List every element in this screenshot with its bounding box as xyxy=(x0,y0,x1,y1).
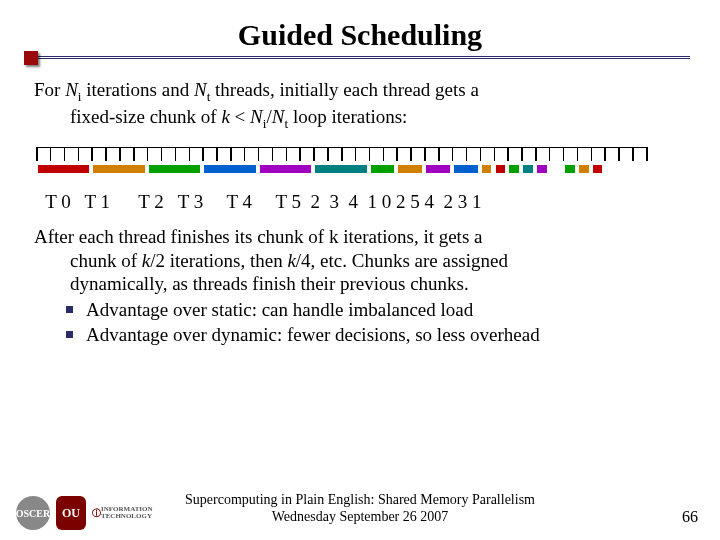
tick-mark xyxy=(355,147,357,161)
slide-title: Guided Scheduling xyxy=(30,18,690,52)
footer-line-1: Supercomputing in Plain English: Shared … xyxy=(0,492,720,509)
tick-mark xyxy=(244,147,246,161)
tick-mark xyxy=(563,147,565,161)
chunk-bar xyxy=(38,165,89,173)
tick-mark xyxy=(216,147,218,161)
bullet-list: Advantage over static: can handle imbala… xyxy=(66,298,690,347)
var-N: N xyxy=(194,79,207,100)
text: < xyxy=(230,106,250,127)
tick-mark xyxy=(410,147,412,161)
chunk-bar xyxy=(93,165,144,173)
chunk-bar xyxy=(482,165,492,173)
page-number: 66 xyxy=(682,508,698,526)
var-k: k xyxy=(287,250,295,271)
tick-mark xyxy=(424,147,426,161)
tick-mark xyxy=(50,147,52,161)
tick-row xyxy=(36,147,646,167)
after-paragraph: After each thread finishes its chunk of … xyxy=(34,225,686,296)
tick-mark xyxy=(452,147,454,161)
tick-mark xyxy=(591,147,593,161)
var-k: k xyxy=(142,250,150,271)
bullet-item: Advantage over dynamic: fewer decisions,… xyxy=(66,323,690,348)
chunk-bar xyxy=(398,165,422,173)
chunk-diagram: T 0 T 1 T 2 T 3 T 4 T 5 2 3 4 1 0 2 5 4 … xyxy=(36,147,684,213)
chunk-bar xyxy=(537,165,547,173)
tick-mark xyxy=(646,147,648,161)
text: loop iterations: xyxy=(288,106,407,127)
slide: Guided Scheduling For Ni iterations and … xyxy=(0,0,720,540)
tick-mark xyxy=(78,147,80,161)
chunk-bar xyxy=(579,165,589,173)
tick-mark xyxy=(507,147,509,161)
tick-mark xyxy=(369,147,371,161)
var-k: k xyxy=(221,106,229,127)
text: For xyxy=(34,79,65,100)
tick-mark xyxy=(286,147,288,161)
tick-mark xyxy=(327,147,329,161)
chunk-bar xyxy=(426,165,450,173)
chunk-bar xyxy=(523,165,533,173)
tick-mark xyxy=(618,147,620,161)
tick-mark xyxy=(494,147,496,161)
chunk-row xyxy=(36,165,646,177)
chunk-bar xyxy=(496,165,506,173)
tick-mark xyxy=(632,147,634,161)
text: iterations and xyxy=(82,79,194,100)
tick-mark xyxy=(577,147,579,161)
tick-mark xyxy=(549,147,551,161)
thread-labels: T 0 T 1 T 2 T 3 T 4 T 5 2 3 4 1 0 2 5 4 … xyxy=(36,191,684,213)
tick-mark xyxy=(91,147,93,161)
bullet-item: Advantage over static: can handle imbala… xyxy=(66,298,690,323)
chunk-bar xyxy=(149,165,200,173)
footer-text: Supercomputing in Plain English: Shared … xyxy=(0,492,720,526)
tick-mark xyxy=(438,147,440,161)
tick-mark xyxy=(313,147,315,161)
tick-mark xyxy=(521,147,523,161)
text: fixed-size chunk of xyxy=(70,106,221,127)
tick-mark xyxy=(202,147,204,161)
chunk-bar xyxy=(371,165,395,173)
tick-mark xyxy=(119,147,121,161)
footer-line-2: Wednesday September 26 2007 xyxy=(0,509,720,526)
chunk-bar xyxy=(593,165,603,173)
text: dynamically, as threads finish their pre… xyxy=(34,272,686,296)
tick-mark xyxy=(383,147,385,161)
chunk-bar xyxy=(204,165,255,173)
tick-mark xyxy=(36,147,38,161)
title-rule xyxy=(30,56,690,68)
tick-mark xyxy=(480,147,482,161)
chunk-bar xyxy=(315,165,366,173)
tick-mark xyxy=(535,147,537,161)
tick-mark xyxy=(272,147,274,161)
chunk-bar xyxy=(509,165,519,173)
tick-mark xyxy=(161,147,163,161)
text: /4, etc. Chunks are assigned xyxy=(296,250,508,271)
text: /2 iterations, then xyxy=(150,250,287,271)
tick-mark xyxy=(466,147,468,161)
intro-paragraph: For Ni iterations and Nt threads, initia… xyxy=(34,78,686,133)
tick-mark xyxy=(341,147,343,161)
tick-mark xyxy=(175,147,177,161)
tick-mark xyxy=(396,147,398,161)
text: After each thread finishes its chunk of … xyxy=(34,226,482,247)
var-N: N xyxy=(250,106,263,127)
chunk-bar xyxy=(565,165,575,173)
tick-mark xyxy=(299,147,301,161)
tick-mark xyxy=(258,147,260,161)
var-N: N xyxy=(65,79,78,100)
tick-mark xyxy=(105,147,107,161)
tick-mark xyxy=(604,147,606,161)
var-N: N xyxy=(272,106,285,127)
text: threads, initially each thread gets a xyxy=(210,79,479,100)
tick-mark xyxy=(189,147,191,161)
tick-mark xyxy=(147,147,149,161)
tick-mark xyxy=(133,147,135,161)
text: chunk of xyxy=(70,250,142,271)
chunk-bar xyxy=(454,165,478,173)
tick-mark xyxy=(230,147,232,161)
tick-mark xyxy=(64,147,66,161)
chunk-bar xyxy=(260,165,311,173)
title-accent-box xyxy=(24,51,38,65)
